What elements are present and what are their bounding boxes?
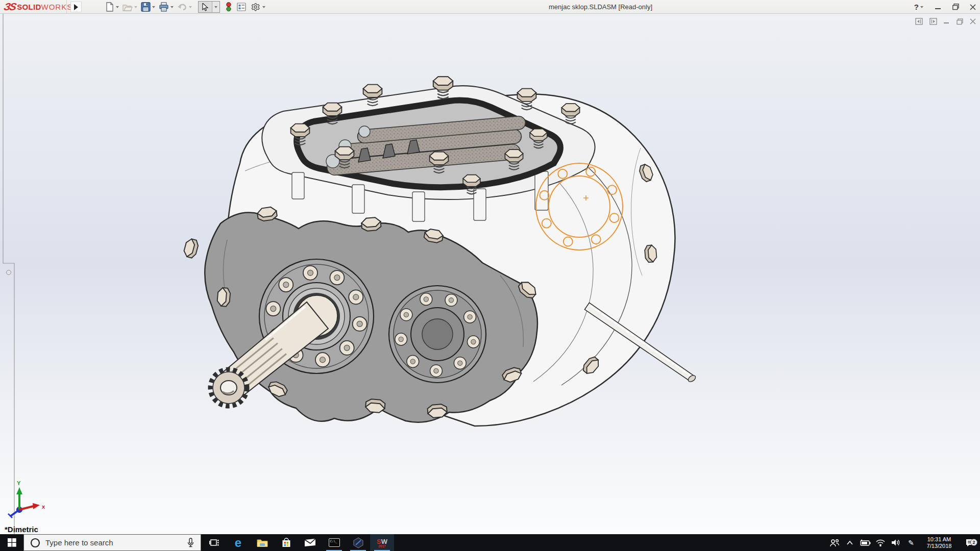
people-icon bbox=[829, 539, 840, 547]
solidworks-logo: ЗS SOLIDWORKS bbox=[4, 1, 72, 13]
taskbar-search[interactable] bbox=[23, 534, 201, 551]
collapsed-panel-edge[interactable] bbox=[3, 14, 14, 534]
file-explorer-icon bbox=[257, 538, 268, 547]
menu-flyout-button[interactable] bbox=[70, 2, 82, 12]
battery-button[interactable] bbox=[857, 539, 873, 546]
orientation-triad: Y x bbox=[3, 480, 54, 521]
select-tool-button[interactable] bbox=[198, 1, 220, 13]
pen-settings-button[interactable]: ✎ bbox=[903, 539, 919, 547]
system-tray: ✎ 10:31 AM 7/13/2018 2 bbox=[827, 534, 980, 551]
y-axis-label: Y bbox=[17, 480, 21, 486]
options-gear-icon bbox=[251, 2, 261, 12]
new-document-button[interactable] bbox=[105, 1, 122, 13]
print-dropdown[interactable] bbox=[170, 6, 174, 8]
people-button[interactable] bbox=[827, 539, 842, 547]
microphone-icon[interactable] bbox=[187, 538, 194, 547]
show-hidden-icons-button[interactable] bbox=[842, 540, 857, 545]
new-document-icon bbox=[105, 2, 114, 12]
options-dropdown[interactable] bbox=[262, 6, 265, 8]
save-button[interactable] bbox=[140, 1, 158, 13]
solidworks-2017-icon: SW 2017 bbox=[377, 537, 387, 548]
search-input[interactable] bbox=[45, 538, 173, 547]
edge-icon: e bbox=[235, 537, 241, 549]
spline-shaft-end bbox=[210, 369, 247, 406]
minimize-icon bbox=[935, 4, 941, 10]
expand-right-panel-button[interactable] bbox=[929, 18, 937, 25]
close-icon bbox=[970, 4, 976, 10]
options-button[interactable] bbox=[251, 1, 268, 13]
help-button[interactable]: ? bbox=[914, 3, 926, 11]
action-center-button[interactable]: 2 bbox=[960, 538, 980, 547]
document-title: menjac sklop.SLDASM [Read-only] bbox=[549, 0, 652, 14]
restore-button[interactable] bbox=[950, 2, 961, 12]
document-window-controls bbox=[915, 18, 976, 25]
cortana-icon bbox=[30, 538, 40, 548]
store-icon bbox=[281, 538, 291, 548]
logo-separator bbox=[66, 0, 67, 14]
chevron-up-icon bbox=[846, 540, 853, 545]
undo-arrow-icon bbox=[177, 3, 187, 11]
save-floppy-icon bbox=[141, 2, 151, 12]
view-orientation-label: *Dimetric bbox=[5, 525, 38, 534]
logo-word-solid: SOLID bbox=[17, 3, 41, 11]
taskbar-clock[interactable]: 10:31 AM 7/13/2018 bbox=[921, 536, 958, 549]
file-properties-button[interactable] bbox=[236, 1, 247, 13]
solidworks-logo-mark-icon: ЗS bbox=[3, 1, 17, 13]
windows-logo-icon bbox=[8, 538, 16, 547]
rebuild-button[interactable] bbox=[225, 1, 232, 13]
speaker-icon bbox=[891, 539, 900, 546]
rebuild-traffic-light-icon bbox=[226, 2, 232, 12]
select-cursor-icon bbox=[202, 3, 209, 11]
logo-word-works: WORKS bbox=[41, 3, 73, 11]
mail-icon bbox=[305, 539, 315, 547]
notification-badge: 2 bbox=[970, 539, 977, 546]
command-prompt-icon: C:\_ bbox=[329, 538, 340, 547]
taskbar-apps: e C:\_ bbox=[202, 534, 394, 551]
windows-taskbar: e C:\_ bbox=[0, 534, 980, 551]
3d-model-gearbox[interactable] bbox=[0, 14, 980, 534]
taskbar-command-prompt[interactable]: C:\_ bbox=[322, 534, 346, 551]
open-button[interactable] bbox=[122, 1, 140, 13]
secondary-hub bbox=[389, 286, 486, 383]
wifi-icon bbox=[876, 539, 885, 546]
open-folder-icon bbox=[122, 3, 133, 12]
open-dropdown[interactable] bbox=[134, 6, 137, 8]
new-document-dropdown[interactable] bbox=[116, 6, 119, 8]
titlebar: ЗS SOLIDWORKS bbox=[0, 0, 980, 14]
undo-dropdown[interactable] bbox=[189, 6, 192, 8]
close-button[interactable] bbox=[968, 2, 978, 12]
start-button[interactable] bbox=[0, 534, 23, 551]
help-dropdown[interactable] bbox=[920, 6, 923, 8]
save-dropdown[interactable] bbox=[152, 6, 155, 8]
battery-charging-icon bbox=[860, 539, 871, 546]
restore-icon bbox=[952, 4, 959, 10]
main-toolbar bbox=[105, 1, 268, 13]
taskbar-solidworks[interactable]: SW 2017 bbox=[370, 534, 394, 551]
taskbar-store[interactable] bbox=[274, 534, 298, 551]
volume-button[interactable] bbox=[888, 539, 903, 546]
file-properties-icon bbox=[237, 3, 246, 11]
play-arrow-icon bbox=[74, 4, 79, 10]
tray-date: 7/13/2018 bbox=[921, 543, 958, 549]
taskbar-mail[interactable] bbox=[298, 534, 322, 551]
document-minimize-button[interactable] bbox=[944, 18, 950, 24]
network-button[interactable] bbox=[873, 539, 888, 546]
task-view-button[interactable] bbox=[202, 534, 226, 551]
undo-button[interactable] bbox=[177, 1, 195, 13]
minimize-button[interactable] bbox=[933, 2, 943, 12]
taskbar-edge[interactable]: e bbox=[226, 534, 250, 551]
task-view-icon bbox=[209, 538, 219, 547]
hexagon-app-icon bbox=[353, 537, 363, 548]
collapse-left-panel-button[interactable] bbox=[915, 18, 923, 25]
print-icon bbox=[159, 2, 169, 12]
taskbar-hexagon-app[interactable] bbox=[346, 534, 370, 551]
graphics-area[interactable]: Y x *Dimetric bbox=[0, 14, 980, 534]
taskbar-file-explorer[interactable] bbox=[250, 534, 274, 551]
select-tool-dropdown[interactable] bbox=[212, 2, 219, 12]
print-button[interactable] bbox=[158, 1, 177, 13]
document-restore-button[interactable] bbox=[957, 18, 963, 25]
tray-time: 10:31 AM bbox=[921, 536, 958, 543]
help-label: ? bbox=[914, 3, 919, 11]
x-axis-label: x bbox=[42, 504, 45, 510]
document-close-button[interactable] bbox=[970, 18, 976, 24]
